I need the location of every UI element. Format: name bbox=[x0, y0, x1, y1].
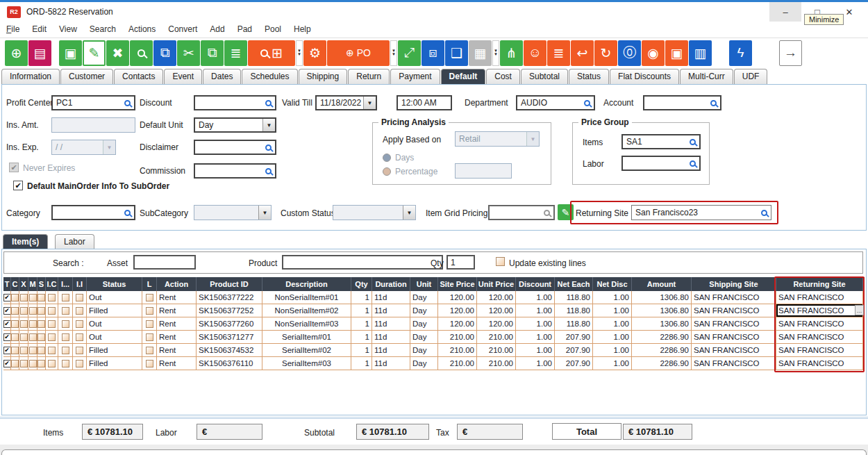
row-checkbox[interactable] bbox=[146, 307, 153, 315]
tab-event[interactable]: Event bbox=[164, 69, 202, 84]
row-checkbox[interactable] bbox=[37, 360, 45, 367]
smiley-icon[interactable]: ☺ bbox=[524, 40, 546, 66]
row-checkbox-cell[interactable] bbox=[37, 317, 46, 331]
search-icon[interactable] bbox=[124, 210, 131, 216]
cell-unit-price[interactable]: 120.00 bbox=[477, 304, 516, 317]
coins-add-icon[interactable]: ◉ bbox=[642, 40, 665, 66]
table-row[interactable]: ✔FilledRentSK1506377252NonSerialItem#021… bbox=[3, 304, 865, 317]
row-checkbox[interactable] bbox=[37, 307, 45, 315]
table-row[interactable]: ✔OutRentSK1506371277SerialItem#01111dDay… bbox=[3, 331, 865, 344]
row-checkbox[interactable] bbox=[76, 360, 83, 367]
row-checkbox-cell[interactable] bbox=[19, 291, 28, 304]
discount-field[interactable] bbox=[194, 95, 276, 110]
cell-site-price[interactable]: 210.00 bbox=[438, 331, 477, 344]
cell-action[interactable]: Rent bbox=[157, 357, 197, 370]
table-row[interactable]: ✔FilledRentSK1506374532SerialItem#02111d… bbox=[3, 344, 865, 357]
cell-unit-price[interactable]: 210.00 bbox=[477, 344, 516, 357]
returning-site-ellipsis-button[interactable]: ... bbox=[855, 305, 864, 315]
profit-center-field[interactable]: PC1 bbox=[51, 95, 135, 110]
row-checkbox[interactable] bbox=[76, 294, 83, 301]
cell-amount[interactable]: 2286.90 bbox=[632, 331, 692, 344]
valid-till-time-field[interactable]: 12:00 AM bbox=[397, 95, 452, 110]
row-checkbox-cell[interactable]: ✔ bbox=[3, 357, 11, 370]
column-header-amount[interactable]: Amount bbox=[632, 277, 692, 291]
chevron-down-icon[interactable]: ▼ bbox=[258, 206, 271, 220]
tab-information[interactable]: Information bbox=[1, 69, 60, 84]
search-icon[interactable] bbox=[265, 100, 272, 106]
column-header-site-price[interactable]: Site Price bbox=[438, 277, 477, 291]
cell-discount[interactable]: 1.00 bbox=[516, 291, 555, 304]
row-checkbox-cell[interactable] bbox=[46, 317, 58, 331]
table-row[interactable]: ✔OutRentSK1506377260NonSerialItem#03111d… bbox=[3, 317, 865, 331]
column-header-net-each[interactable]: Net Each bbox=[555, 277, 593, 291]
cell-amount[interactable]: 1306.80 bbox=[632, 304, 692, 317]
column-header-duration[interactable]: Duration bbox=[372, 277, 410, 291]
row-checkbox-cell[interactable] bbox=[19, 304, 28, 317]
row-checkbox[interactable] bbox=[48, 360, 56, 367]
tab-item-s-[interactable]: Item(s) bbox=[3, 234, 48, 249]
cell-duration[interactable]: 11d bbox=[372, 331, 410, 344]
row-checkbox-cell[interactable] bbox=[142, 344, 157, 357]
tab-multi-curr[interactable]: Multi-Curr bbox=[680, 69, 733, 84]
toolbar-dropdown-caret[interactable]: ▼▼ bbox=[296, 40, 303, 66]
row-checkbox[interactable] bbox=[37, 347, 45, 354]
tab-cost[interactable]: Cost bbox=[486, 69, 520, 84]
row-checkbox[interactable] bbox=[48, 307, 56, 315]
row-checkbox[interactable] bbox=[29, 294, 37, 301]
cut-icon[interactable]: ✂ bbox=[177, 40, 200, 66]
row-checkbox[interactable] bbox=[37, 320, 45, 328]
menu-file[interactable]: File bbox=[0, 24, 26, 34]
menu-help[interactable]: Help bbox=[287, 24, 317, 34]
row-checkbox[interactable]: ✔ bbox=[3, 320, 11, 328]
row-checkbox-cell[interactable] bbox=[11, 291, 19, 304]
column-header-x[interactable]: X bbox=[19, 277, 28, 291]
menu-pool[interactable]: Pool bbox=[258, 24, 287, 34]
disclaimer-field[interactable] bbox=[194, 140, 276, 155]
row-checkbox-cell[interactable] bbox=[11, 344, 19, 357]
cell-shipping-site[interactable]: SAN FRANCISCO bbox=[692, 344, 776, 357]
row-checkbox[interactable] bbox=[11, 333, 19, 341]
commission-field[interactable] bbox=[194, 163, 276, 179]
cell-unit[interactable]: Day bbox=[410, 344, 438, 357]
toolbar-dropdown-caret[interactable]: ▼▼ bbox=[492, 40, 499, 66]
tab-flat-discounts[interactable]: Flat Discounts bbox=[610, 69, 679, 84]
menu-search[interactable]: Search bbox=[83, 24, 122, 34]
row-checkbox[interactable] bbox=[76, 307, 83, 315]
find-product-icon[interactable]: ⊞ bbox=[248, 40, 295, 66]
cell-shipping-site[interactable]: SAN FRANCISCO bbox=[692, 357, 776, 370]
tab-udf[interactable]: UDF bbox=[734, 69, 768, 84]
row-checkbox-cell[interactable] bbox=[19, 317, 28, 331]
menu-actions[interactable]: Actions bbox=[122, 24, 162, 34]
price-group-labor-field[interactable] bbox=[621, 156, 701, 171]
cell-qty[interactable]: 1 bbox=[351, 331, 372, 344]
exit-icon[interactable]: → bbox=[779, 40, 802, 66]
row-checkbox-cell[interactable] bbox=[37, 357, 46, 370]
cell-discount[interactable]: 1.00 bbox=[516, 344, 555, 357]
cell-product-id[interactable]: SK1506377252 bbox=[197, 304, 262, 317]
column-header-i-c[interactable]: I.C bbox=[46, 277, 58, 291]
default-mainorder-checkbox[interactable]: ✔ bbox=[13, 181, 23, 190]
tab-subtotal[interactable]: Subtotal bbox=[521, 69, 568, 84]
column-header-shipping-site[interactable]: Shipping Site bbox=[692, 277, 776, 291]
cell-net-disc[interactable]: 1.00 bbox=[593, 304, 632, 317]
column-header-l[interactable]: L bbox=[142, 277, 157, 291]
cell-unit[interactable]: Day bbox=[410, 317, 438, 331]
row-checkbox[interactable]: ✔ bbox=[3, 307, 11, 315]
row-checkbox-cell[interactable] bbox=[28, 331, 37, 344]
column-header-s[interactable]: S bbox=[37, 277, 46, 291]
row-checkbox-cell[interactable] bbox=[28, 344, 37, 357]
department-field[interactable]: AUDIO bbox=[516, 95, 595, 110]
qty-input[interactable]: 1 bbox=[446, 255, 475, 270]
cell-amount[interactable]: 2286.90 bbox=[632, 344, 692, 357]
account-field[interactable] bbox=[643, 95, 721, 110]
search-icon[interactable] bbox=[130, 40, 153, 66]
row-checkbox-cell[interactable] bbox=[46, 331, 58, 344]
cell-unit[interactable]: Day bbox=[410, 291, 438, 304]
category-field[interactable] bbox=[51, 205, 135, 220]
cell-discount[interactable]: 1.00 bbox=[516, 317, 555, 331]
cell-shipping-site[interactable]: SAN FRANCISCO bbox=[692, 291, 776, 304]
tab-labor[interactable]: Labor bbox=[55, 234, 94, 249]
row-checkbox[interactable] bbox=[62, 307, 69, 315]
tab-shipping[interactable]: Shipping bbox=[299, 69, 348, 84]
cell-duration[interactable]: 11d bbox=[372, 291, 410, 304]
